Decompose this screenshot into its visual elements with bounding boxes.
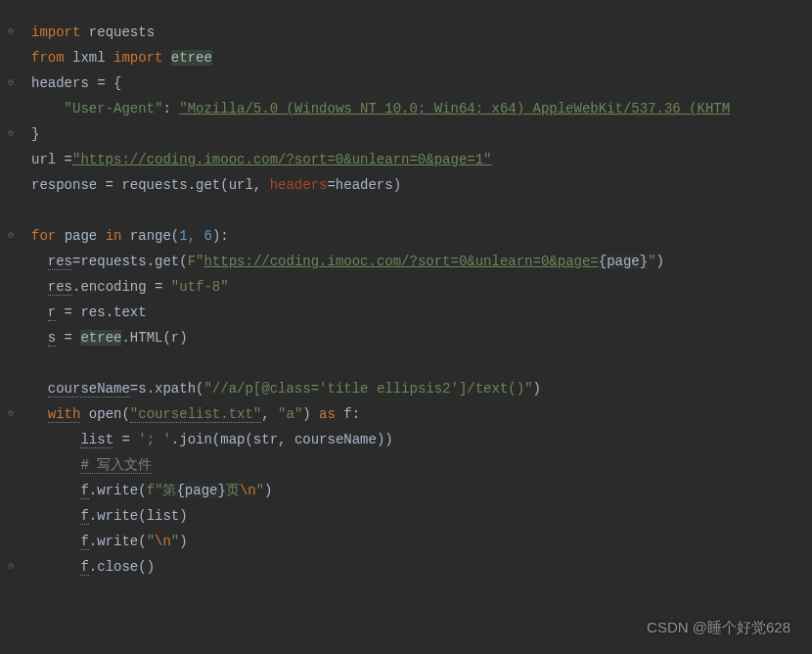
fold-icon[interactable]: ⊖ [0,70,22,96]
code-line[interactable]: res=requests.get(F"https://coding.imooc.… [22,249,812,274]
code-line[interactable]: with open("courselist.txt", "a") as f: [22,401,812,427]
code-line[interactable]: "User-Agent": "Mozilla/5.0 (Windows NT 1… [22,96,812,121]
code-line[interactable]: from lxml import etree [22,45,812,70]
fold-icon[interactable]: ⊖ [0,20,22,45]
code-line[interactable]: headers = { [22,70,812,96]
code-line[interactable]: url ="https://coding.imooc.com/?sort=0&u… [22,147,812,172]
fold-icon[interactable]: ⊖ [0,554,22,580]
code-line[interactable]: list = '; '.join(map(str, courseName)) [22,427,812,452]
code-editor[interactable]: ⊖ ⊖ ⊖ ⊖ ⊖ ⊖ import requests from lxml im… [0,0,812,599]
code-line[interactable]: courseName=s.xpath("//a/p[@class='title … [22,376,812,401]
fold-icon[interactable]: ⊖ [0,401,22,427]
code-line[interactable]: res.encoding = "utf-8" [22,274,812,300]
code-line[interactable]: import requests [22,20,812,45]
code-line[interactable]: s = etree.HTML(r) [22,325,812,350]
code-line[interactable]: for page in range(1, 6): [22,223,812,249]
gutter: ⊖ ⊖ ⊖ ⊖ ⊖ ⊖ [0,20,22,580]
watermark: CSDN @睡个好觉628 [647,615,790,640]
code-line[interactable]: # 写入文件 [22,452,812,478]
code-line[interactable] [22,198,812,223]
fold-icon[interactable]: ⊖ [0,223,22,249]
code-line[interactable]: response = requests.get(url, headers=hea… [22,172,812,198]
code-line[interactable]: f.write(list) [22,503,812,529]
code-line[interactable]: f.write(f"第{page}页\n") [22,478,812,503]
code-line[interactable] [22,350,812,376]
code-line[interactable]: r = res.text [22,300,812,325]
fold-icon[interactable]: ⊖ [0,121,22,147]
code-line[interactable]: } [22,121,812,147]
code-line[interactable]: f.write("\n") [22,529,812,554]
code-line[interactable]: f.close() [22,554,812,580]
fold-icon[interactable] [0,45,22,70]
